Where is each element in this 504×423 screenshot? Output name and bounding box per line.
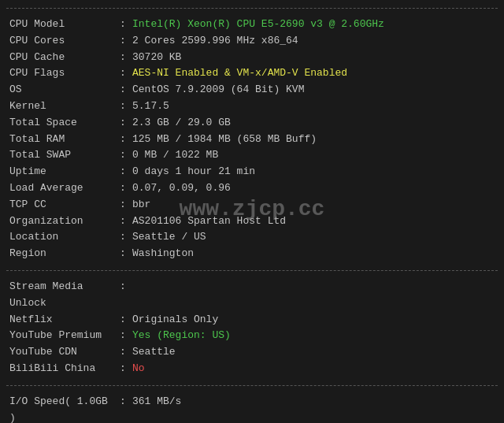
stream-media-header-row: Stream Media Unlock : <box>6 279 498 312</box>
table-row: Total Space : 2.3 GB / 29.0 GB <box>6 115 498 132</box>
bilibili-value: No <box>132 361 495 377</box>
uptime-value: 0 days 1 hour 21 min <box>132 164 495 180</box>
cpu-cores-value: 2 Cores 2599.996 MHz x86_64 <box>132 33 495 50</box>
uptime-label: Uptime <box>9 164 120 180</box>
stream-media-label: Stream Media Unlock <box>9 279 120 312</box>
tcp-cc-colon: : <box>120 197 132 213</box>
table-row: CPU Model : Intel(R) Xeon(R) CPU E5-2690… <box>6 17 498 33</box>
bilibili-label: BiliBili China <box>9 361 120 377</box>
cpu-cache-value: 30720 KB <box>132 50 495 66</box>
os-label: OS <box>9 82 120 98</box>
netflix-value: Originals Only <box>132 312 495 328</box>
table-row: YouTube Premium : Yes (Region: US) <box>6 328 498 344</box>
cpu-cores-colon: : <box>120 33 132 50</box>
location-label: Location <box>9 229 120 246</box>
region-colon: : <box>120 246 132 262</box>
load-average-value: 0.07, 0.09, 0.96 <box>132 180 495 197</box>
io-speed-1-label: I/O Speed( 1.0GB ) <box>9 394 120 423</box>
cpu-cache-label: CPU Cache <box>9 50 120 66</box>
io-speed-1-colon: : <box>120 394 132 423</box>
io-speed-1-value: 361 MB/s <box>132 394 495 423</box>
stream-media-section: Stream Media Unlock : Netflix : Original… <box>6 276 498 380</box>
netflix-label: Netflix <box>9 312 120 328</box>
total-space-value: 2.3 GB / 29.0 GB <box>132 115 495 132</box>
location-value: Seattle / US <box>132 229 495 246</box>
cpu-cache-colon: : <box>120 50 132 66</box>
youtube-premium-label: YouTube Premium <box>9 328 120 344</box>
total-ram-label: Total RAM <box>9 132 120 148</box>
netflix-colon: : <box>120 312 132 328</box>
bilibili-colon: : <box>120 361 132 377</box>
table-row: Region : Washington <box>6 246 498 262</box>
system-info-section: CPU Model : Intel(R) Xeon(R) CPU E5-2690… <box>6 13 498 265</box>
cpu-flags-colon: : <box>120 65 132 82</box>
os-colon: : <box>120 82 132 98</box>
tcp-cc-value: bbr <box>132 197 495 213</box>
table-row: CPU Cores : 2 Cores 2599.996 MHz x86_64 <box>6 33 498 50</box>
table-row: CPU Flags : AES-NI Enabled & VM-x/AMD-V … <box>6 65 498 82</box>
organization-value: AS201106 Spartan Host Ltd <box>132 213 495 230</box>
organization-colon: : <box>120 213 132 230</box>
youtube-cdn-label: YouTube CDN <box>9 344 120 361</box>
stream-media-header-value <box>132 279 495 312</box>
table-row: Location : Seattle / US <box>6 229 498 246</box>
table-row: OS : CentOS 7.9.2009 (64 Bit) KVM <box>6 82 498 98</box>
total-space-colon: : <box>120 115 132 132</box>
total-space-label: Total Space <box>9 115 120 132</box>
load-average-colon: : <box>120 180 132 197</box>
load-average-label: Load Average <box>9 180 120 197</box>
cpu-model-colon: : <box>120 17 132 33</box>
table-row: Total RAM : 125 MB / 1984 MB (658 MB Buf… <box>6 132 498 148</box>
cpu-flags-value: AES-NI Enabled & VM-x/AMD-V Enabled <box>132 65 495 82</box>
table-row: Organization : AS201106 Spartan Host Ltd <box>6 213 498 230</box>
total-swap-value: 0 MB / 1022 MB <box>132 147 495 164</box>
table-row: TCP CC : bbr <box>6 197 498 213</box>
table-row: Load Average : 0.07, 0.09, 0.96 <box>6 180 498 197</box>
table-row: Uptime : 0 days 1 hour 21 min <box>6 164 498 180</box>
divider-1 <box>6 270 498 271</box>
youtube-premium-colon: : <box>120 328 132 344</box>
divider-2 <box>6 385 498 386</box>
tcp-cc-label: TCP CC <box>9 197 120 213</box>
cpu-cores-label: CPU Cores <box>9 33 120 50</box>
total-swap-label: Total SWAP <box>9 147 120 164</box>
table-row: I/O Speed( 1.0GB ) : 361 MB/s <box>6 394 498 423</box>
top-divider <box>6 8 498 9</box>
table-row: Netflix : Originals Only <box>6 312 498 328</box>
uptime-colon: : <box>120 164 132 180</box>
youtube-cdn-colon: : <box>120 344 132 361</box>
kernel-label: Kernel <box>9 98 120 115</box>
table-row: CPU Cache : 30720 KB <box>6 50 498 66</box>
io-speed-section: I/O Speed( 1.0GB ) : 361 MB/s I/O Speed(… <box>6 391 498 423</box>
cpu-flags-label: CPU Flags <box>9 65 120 82</box>
table-row: YouTube CDN : Seattle <box>6 344 498 361</box>
region-value: Washington <box>132 246 495 262</box>
total-ram-value: 125 MB / 1984 MB (658 MB Buff) <box>132 132 495 148</box>
table-row: Kernel : 5.17.5 <box>6 98 498 115</box>
os-value: CentOS 7.9.2009 (64 Bit) KVM <box>132 82 495 98</box>
total-ram-colon: : <box>120 132 132 148</box>
organization-label: Organization <box>9 213 120 230</box>
location-colon: : <box>120 229 132 246</box>
region-label: Region <box>9 246 120 262</box>
total-swap-colon: : <box>120 147 132 164</box>
youtube-cdn-value: Seattle <box>132 344 495 361</box>
cpu-model-value: Intel(R) Xeon(R) CPU E5-2690 v3 @ 2.60GH… <box>132 17 495 33</box>
kernel-value: 5.17.5 <box>132 98 495 115</box>
cpu-model-label: CPU Model <box>9 17 120 33</box>
table-row: Total SWAP : 0 MB / 1022 MB <box>6 147 498 164</box>
table-row: BiliBili China : No <box>6 361 498 377</box>
youtube-premium-value: Yes (Region: US) <box>132 328 495 344</box>
stream-media-colon: : <box>120 279 132 312</box>
kernel-colon: : <box>120 98 132 115</box>
